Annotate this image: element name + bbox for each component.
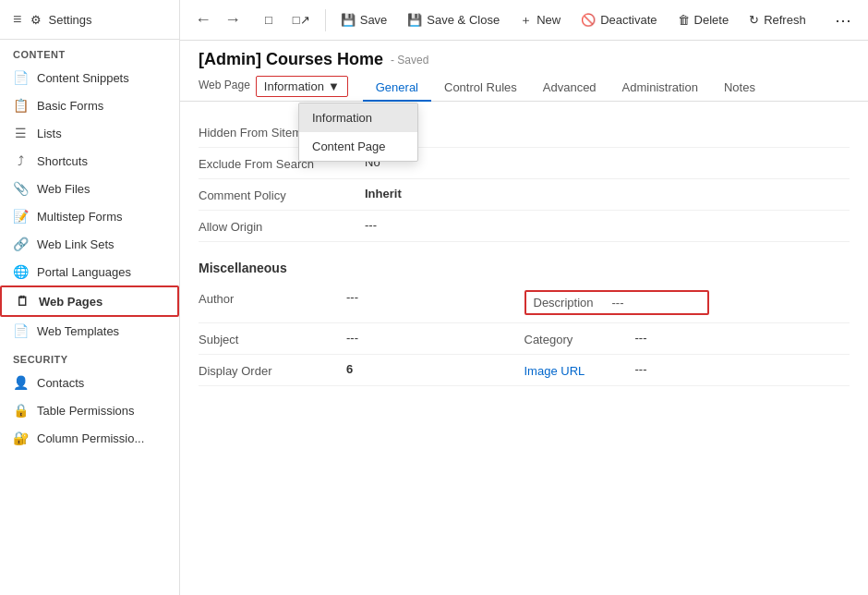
refresh-button[interactable]: ↻ Refresh: [740, 7, 815, 32]
settings-item[interactable]: ⚙ Settings: [30, 13, 91, 27]
hidden-from-sitemap-row: Hidden From Sitemap * No: [199, 116, 850, 148]
page-title: [Admin] Courses Home - Saved: [199, 50, 850, 69]
subject-label: Subject: [199, 331, 346, 346]
column-permissions-icon: 🔐: [13, 431, 28, 445]
comment-policy-row: Comment Policy Inherit: [199, 179, 850, 211]
page-view-button[interactable]: □: [256, 7, 282, 32]
dropdown-menu: Information Content Page: [298, 103, 418, 162]
page-view-icon: □: [265, 13, 272, 27]
sidebar-item-table-permissions[interactable]: 🔒 Table Permissions: [0, 396, 179, 424]
sidebar-item-contacts[interactable]: 👤 Contacts: [0, 369, 179, 396]
miscellaneous-title: Miscellaneous: [199, 261, 850, 275]
toolbar: ← → □ □↗ 💾 Save 💾 Save & Close ＋ New 🚫 D…: [180, 0, 868, 41]
nav-buttons: ← →: [189, 6, 247, 33]
sidebar-item-shortcuts[interactable]: ⤴ Shortcuts: [0, 147, 179, 175]
display-order-image-url-row: Display Order 6 Image URL ---: [199, 355, 850, 386]
sidebar-item-portal-languages[interactable]: 🌐 Portal Languages: [0, 258, 179, 285]
misc-form-section: Author --- Description --- Subject ---: [199, 283, 850, 386]
subject-col: Subject ---: [199, 331, 524, 346]
sidebar-item-column-permissions[interactable]: 🔐 Column Permissio...: [0, 424, 179, 452]
author-description-row: Author --- Description ---: [199, 283, 850, 323]
allow-origin-row: Allow Origin ---: [199, 211, 850, 242]
display-order-col: Display Order 6: [199, 362, 524, 378]
delete-button[interactable]: 🗑 Delete: [669, 7, 739, 32]
tabs: General Control Rules Advanced Administr…: [363, 75, 768, 101]
sidebar-item-web-files[interactable]: 📎 Web Files: [0, 175, 179, 202]
sidebar: ≡ ⚙ Settings Content 📄 Content Snippets …: [0, 0, 180, 595]
tab-general[interactable]: General: [363, 75, 431, 102]
image-url-label: Image URL: [524, 362, 635, 378]
web-files-icon: 📎: [13, 181, 28, 196]
subject-category-row: Subject --- Category ---: [199, 323, 850, 355]
sidebar-item-basic-forms[interactable]: 📋 Basic Forms: [0, 91, 179, 119]
hidden-from-sitemap-value: No: [365, 124, 850, 138]
dropdown-item-content-page[interactable]: Content Page: [299, 132, 417, 161]
refresh-icon: ↻: [749, 13, 759, 27]
sidebar-item-web-templates[interactable]: 📄 Web Templates: [0, 317, 179, 345]
category-label: Category: [524, 331, 635, 346]
shortcuts-icon: ⤴: [13, 153, 28, 168]
web-pages-icon: 🗒: [15, 294, 30, 309]
description-highlight-box: Description ---: [524, 290, 709, 315]
sidebar-item-multistep-forms[interactable]: 📝 Multistep Forms: [0, 202, 179, 230]
content-area: Hidden From Sitemap * No Exclude From Se…: [180, 102, 868, 595]
content-section-label: Content: [0, 40, 179, 64]
web-link-sets-icon: 🔗: [13, 237, 28, 251]
sidebar-item-lists[interactable]: ☰ Lists: [0, 119, 179, 147]
content-snippets-icon: 📄: [13, 70, 28, 85]
basic-forms-icon: 📋: [13, 98, 28, 113]
description-value: ---: [612, 296, 624, 310]
tab-control-rules[interactable]: Control Rules: [431, 75, 530, 102]
new-button[interactable]: ＋ New: [511, 6, 570, 34]
subject-value: ---: [346, 331, 524, 345]
forward-button[interactable]: →: [219, 6, 247, 33]
table-permissions-icon: 🔒: [13, 403, 28, 418]
comment-policy-label: Comment Policy: [199, 187, 365, 202]
more-options-button[interactable]: ⋯: [827, 6, 859, 34]
allow-origin-value: ---: [365, 218, 850, 232]
multistep-forms-icon: 📝: [13, 209, 28, 224]
save-close-icon: 💾: [407, 13, 422, 27]
allow-origin-label: Allow Origin: [199, 218, 365, 234]
comment-policy-value: Inherit: [365, 187, 850, 200]
display-order-value: 6: [346, 362, 524, 376]
main-area: ← → □ □↗ 💾 Save 💾 Save & Close ＋ New 🚫 D…: [180, 0, 868, 595]
web-templates-icon: 📄: [13, 323, 28, 338]
main-form-section: Hidden From Sitemap * No Exclude From Se…: [199, 116, 850, 242]
sidebar-header: ≡ ⚙ Settings: [0, 0, 179, 40]
deactivate-button[interactable]: 🚫 Deactivate: [572, 7, 666, 32]
lists-icon: ☰: [13, 126, 28, 140]
category-col: Category ---: [524, 331, 850, 346]
author-label: Author: [199, 290, 346, 306]
portal-languages-icon: 🌐: [13, 264, 28, 279]
page-header: [Admin] Courses Home - Saved: [180, 41, 868, 69]
author-col: Author ---: [199, 290, 524, 315]
display-order-label: Display Order: [199, 362, 346, 378]
save-button[interactable]: 💾 Save: [332, 7, 397, 32]
saved-badge: - Saved: [391, 54, 428, 67]
tab-advanced[interactable]: Advanced: [530, 75, 609, 102]
hamburger-icon[interactable]: ≡: [13, 11, 21, 28]
sidebar-item-web-pages[interactable]: 🗒 Web Pages: [0, 285, 179, 317]
sidebar-item-web-link-sets[interactable]: 🔗 Web Link Sets: [0, 230, 179, 258]
tab-administration[interactable]: Administration: [609, 75, 711, 102]
sidebar-item-content-snippets[interactable]: 📄 Content Snippets: [0, 64, 179, 91]
image-url-value: ---: [635, 362, 850, 376]
web-page-label: Web Page: [199, 79, 250, 97]
description-label: Description: [534, 296, 594, 310]
information-dropdown[interactable]: Information ▼: [256, 76, 348, 97]
image-url-col: Image URL ---: [524, 362, 850, 378]
tab-notes[interactable]: Notes: [711, 75, 768, 102]
new-icon: ＋: [520, 12, 532, 29]
deactivate-icon: 🚫: [581, 13, 596, 27]
save-close-button[interactable]: 💾 Save & Close: [398, 7, 509, 32]
exclude-from-search-row: Exclude From Search No: [199, 148, 850, 179]
author-value: ---: [346, 290, 524, 304]
separator-1: [325, 9, 326, 31]
open-in-new-icon: □↗: [293, 13, 310, 27]
tab-row: Web Page Information ▼ Information Conte…: [180, 69, 868, 102]
open-in-new-button[interactable]: □↗: [283, 7, 319, 32]
back-button[interactable]: ←: [189, 6, 217, 33]
dropdown-item-information[interactable]: Information: [299, 103, 417, 132]
contacts-icon: 👤: [13, 375, 28, 390]
